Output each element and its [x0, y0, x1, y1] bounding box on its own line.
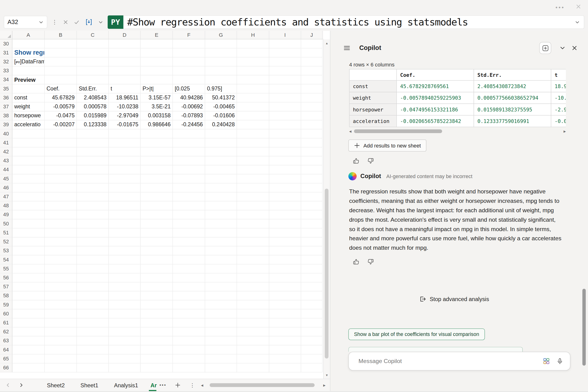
suggestion-pill-partial[interactable]: [348, 347, 523, 352]
cell-I51[interactable]: [269, 228, 301, 237]
cell-F53[interactable]: [173, 246, 205, 255]
cell-E60[interactable]: [141, 309, 173, 318]
cell-C32[interactable]: [77, 58, 108, 66]
sheet-tab-sheet2[interactable]: Sheet2: [39, 379, 73, 391]
cell-B58[interactable]: [44, 292, 77, 300]
cell-A37[interactable]: weight: [12, 102, 45, 112]
cell-J52[interactable]: [301, 238, 322, 246]
panel-scrollbar-thumb[interactable]: [582, 289, 586, 366]
cell-C61[interactable]: [77, 318, 108, 327]
cell-E63[interactable]: [141, 336, 173, 345]
cell-D64[interactable]: [109, 345, 141, 354]
cell-I33[interactable]: [269, 66, 301, 76]
cell-A65[interactable]: [12, 354, 45, 363]
cell-I63[interactable]: [269, 336, 301, 345]
cell-F47[interactable]: [173, 192, 205, 202]
cell-J63[interactable]: [301, 336, 322, 345]
cell-G61[interactable]: [205, 318, 237, 327]
cell-C43[interactable]: [77, 156, 108, 166]
row-header-46[interactable]: 46: [0, 183, 12, 192]
cell-E34[interactable]: [141, 76, 173, 84]
cell-J62[interactable]: [301, 328, 322, 336]
column-header-B[interactable]: B: [44, 31, 77, 39]
select-all-corner[interactable]: [0, 31, 12, 39]
horizontal-scrollbar[interactable]: ◀ ▶: [201, 383, 326, 387]
cell-F58[interactable]: [173, 292, 205, 300]
row-header-38[interactable]: 38: [0, 112, 12, 120]
cell-E38[interactable]: 0.003158: [141, 112, 173, 120]
cell-B48[interactable]: [44, 202, 77, 210]
cell-B42[interactable]: [44, 148, 77, 156]
cell-A47[interactable]: [12, 192, 45, 202]
cell-G47[interactable]: [205, 192, 237, 202]
cell-B39[interactable]: -0.00207: [44, 120, 77, 129]
cell-D55[interactable]: [109, 264, 141, 273]
cell-G65[interactable]: [205, 354, 237, 363]
cell-G42[interactable]: [205, 148, 237, 156]
cell-A33[interactable]: [12, 66, 45, 76]
cell-G40[interactable]: [205, 129, 237, 138]
cell-C47[interactable]: [77, 192, 108, 202]
cell-D32[interactable]: [109, 58, 141, 66]
cell-A55[interactable]: [12, 264, 45, 273]
cell-H41[interactable]: [237, 138, 269, 147]
cell-B50[interactable]: [44, 219, 77, 228]
cell-D41[interactable]: [109, 138, 141, 147]
thumbs-down-icon[interactable]: [367, 158, 374, 164]
cell-A41[interactable]: [12, 138, 45, 147]
cell-G55[interactable]: [205, 264, 237, 273]
cell-C39[interactable]: 0.123338: [77, 120, 108, 129]
cell-A51[interactable]: [12, 228, 45, 237]
cell-F42[interactable]: [173, 148, 205, 156]
cell-E52[interactable]: [141, 238, 173, 246]
cell-F40[interactable]: [173, 129, 205, 138]
cell-J39[interactable]: [301, 120, 322, 129]
cell-C52[interactable]: [77, 238, 108, 246]
column-header-G[interactable]: G: [205, 31, 237, 39]
cell-F35[interactable]: [0.025: [173, 84, 205, 93]
cell-H58[interactable]: [237, 292, 269, 300]
cell-J40[interactable]: [301, 129, 322, 138]
cancel-icon[interactable]: [63, 20, 68, 25]
cell-C45[interactable]: [77, 174, 108, 183]
cell-I39[interactable]: [269, 120, 301, 129]
column-header-I[interactable]: I: [269, 31, 301, 39]
cell-B54[interactable]: [44, 255, 77, 264]
cell-J46[interactable]: [301, 183, 322, 192]
cell-J66[interactable]: [301, 363, 322, 372]
cell-C53[interactable]: [77, 246, 108, 255]
row-header-37[interactable]: 37: [0, 102, 12, 112]
cell-A31[interactable]: Show regression coefficients and statist…: [12, 48, 45, 57]
column-header-F[interactable]: F: [173, 31, 205, 39]
cell-G63[interactable]: [205, 336, 237, 345]
result-scrollbar-track[interactable]: [353, 129, 562, 134]
cell-H42[interactable]: [237, 148, 269, 156]
row-header-48[interactable]: 48: [0, 202, 12, 210]
column-header-D[interactable]: D: [109, 31, 141, 39]
row-header-39[interactable]: 39: [0, 120, 12, 129]
row-header-41[interactable]: 41: [0, 138, 12, 147]
cell-I49[interactable]: [269, 210, 301, 219]
cell-G37[interactable]: -0.00465: [205, 102, 237, 112]
cell-G39[interactable]: 0.240428: [205, 120, 237, 129]
cell-I44[interactable]: [269, 166, 301, 174]
cell-C60[interactable]: [77, 309, 108, 318]
cell-D51[interactable]: [109, 228, 141, 237]
cell-A64[interactable]: [12, 345, 45, 354]
cell-I53[interactable]: [269, 246, 301, 255]
cell-G52[interactable]: [205, 238, 237, 246]
cell-I45[interactable]: [269, 174, 301, 183]
cell-J56[interactable]: [301, 273, 322, 282]
add-sheet-icon[interactable]: [175, 382, 181, 388]
row-header-62[interactable]: 62: [0, 328, 12, 336]
cell-J59[interactable]: [301, 300, 322, 309]
cell-D63[interactable]: [109, 336, 141, 345]
cell-A62[interactable]: [12, 328, 45, 336]
cell-G41[interactable]: [205, 138, 237, 147]
cell-I37[interactable]: [269, 102, 301, 112]
cell-H48[interactable]: [237, 202, 269, 210]
cell-H44[interactable]: [237, 166, 269, 174]
cell-C65[interactable]: [77, 354, 108, 363]
cell-D46[interactable]: [109, 183, 141, 192]
cell-G30[interactable]: [205, 39, 237, 48]
